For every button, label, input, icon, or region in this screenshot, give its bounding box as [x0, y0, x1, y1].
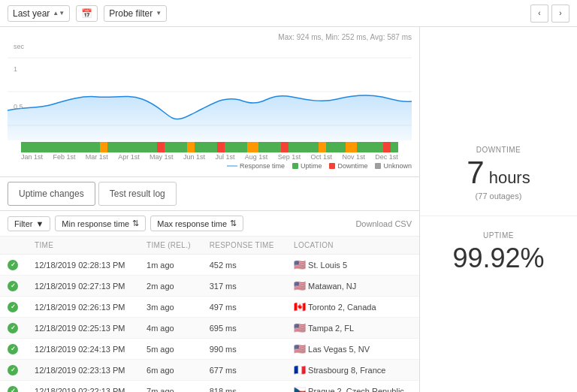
status-cell: ✓ — [0, 255, 27, 276]
rel-time-cell: 2m ago — [139, 276, 202, 297]
table-header-row: TIME TIME (REL.) RESPONSE TIME LOCATION — [0, 237, 419, 255]
legend-unknown: Unknown — [375, 162, 412, 170]
status-cell: ✓ — [0, 318, 27, 339]
th-location: LOCATION — [286, 237, 419, 255]
location-cell: 🇨🇦Toronto 2, Canada — [286, 297, 419, 318]
time-cell: 12/18/2019 02:28:13 PM — [27, 255, 139, 276]
legend-downtime-label: Downtime — [337, 162, 367, 170]
tl-aug: Aug 1st — [245, 153, 268, 161]
uptime-stat-box: UPTIME 99.92% — [420, 216, 577, 289]
downtime-unit: hours — [489, 168, 530, 188]
legend-unknown-icon — [375, 163, 381, 169]
table-controls-left: Filter ▼ Min response time ⇅ Max respons… — [8, 216, 243, 231]
th-response: RESPONSE TIME — [202, 237, 286, 255]
time-cell: 12/18/2019 02:25:13 PM — [27, 318, 139, 339]
tl-mar: Mar 1st — [86, 153, 108, 161]
legend-response-label: Response time — [240, 162, 285, 170]
tl-dec: Dec 1st — [375, 153, 398, 161]
table-row: ✓ 12/18/2019 02:22:13 PM 7m ago 818 ms 🇨… — [0, 381, 419, 393]
chart-svg — [8, 43, 412, 140]
uptime-value: 99.92% — [452, 243, 544, 274]
time-range-select[interactable]: Last year ▲▼ — [8, 5, 70, 22]
filter-arrow: ▼ — [35, 219, 44, 228]
location-cell: 🇺🇸Matawan, NJ — [286, 276, 419, 297]
downtime-value: 7 — [467, 157, 484, 188]
right-panel: DOWNTIME 7 hours (77 outages) UPTIME 99.… — [419, 27, 577, 392]
legend-unknown-label: Unknown — [383, 162, 412, 170]
time-range-label: Last year — [13, 8, 50, 19]
time-range-arrow: ▲▼ — [53, 10, 65, 17]
rel-time-cell: 1m ago — [139, 255, 202, 276]
tl-jul: Jul 1st — [215, 153, 234, 161]
table-row: ✓ 12/18/2019 02:27:13 PM 2m ago 317 ms 🇺… — [0, 276, 419, 297]
y-label-05: 0.5 — [14, 103, 23, 110]
table-container: TIME TIME (REL.) RESPONSE TIME LOCATION … — [0, 237, 419, 392]
status-dot: ✓ — [8, 302, 18, 312]
status-cell: ✓ — [0, 276, 27, 297]
filter-label: Filter — [14, 219, 32, 228]
rel-time-cell: 3m ago — [139, 297, 202, 318]
y-label-1: 1 — [14, 65, 17, 73]
main-content: Max: 924 ms, Min: 252 ms, Avg: 587 ms se… — [0, 27, 577, 392]
probe-filter-label: Probe filter — [109, 8, 153, 19]
chart-area: Max: 924 ms, Min: 252 ms, Avg: 587 ms se… — [0, 27, 419, 177]
next-btn[interactable]: › — [551, 5, 569, 23]
rel-time-cell: 5m ago — [139, 339, 202, 360]
status-dot: ✓ — [8, 281, 18, 291]
tl-apr: Apr 1st — [118, 153, 140, 161]
y-label-sec: sec — [14, 43, 24, 50]
table-row: ✓ 12/18/2019 02:24:13 PM 5m ago 990 ms 🇺… — [0, 339, 419, 360]
download-csv-btn[interactable]: Download CSV — [355, 219, 412, 228]
status-cell: ✓ — [0, 339, 27, 360]
th-time — [0, 237, 27, 255]
th-time-col: TIME — [27, 237, 139, 255]
rel-time-cell: 6m ago — [139, 360, 202, 381]
tab-test-result-log[interactable]: Test result log — [98, 182, 177, 206]
downtime-stat-box: DOWNTIME 7 hours (77 outages) — [420, 131, 577, 216]
status-dot: ✓ — [8, 365, 18, 375]
status-dot: ✓ — [8, 386, 18, 392]
table-row: ✓ 12/18/2019 02:25:13 PM 4m ago 695 ms 🇺… — [0, 318, 419, 339]
timeline-labels: Jan 1st Feb 1st Mar 1st Apr 1st May 1st … — [8, 152, 412, 161]
top-bar-right: ‹ › — [530, 5, 569, 23]
th-rel: TIME (REL.) — [139, 237, 202, 255]
uptime-label: UPTIME — [483, 231, 514, 240]
probe-filter-select[interactable]: Probe filter ▼ — [104, 5, 167, 22]
legend-uptime: Uptime — [292, 162, 322, 170]
time-cell: 12/18/2019 02:23:13 PM — [27, 360, 139, 381]
legend-response-icon — [227, 165, 237, 167]
status-cell: ✓ — [0, 360, 27, 381]
chart-legend: Response time Uptime Downtime Unknown — [8, 161, 412, 173]
response-cell: 497 ms — [202, 297, 286, 318]
legend-uptime-icon — [292, 163, 298, 169]
table-row: ✓ 12/18/2019 02:23:13 PM 6m ago 677 ms 🇫… — [0, 360, 419, 381]
legend-downtime-icon — [329, 163, 335, 169]
tl-jan: Jan 1st — [21, 153, 43, 161]
top-bar-left: Last year ▲▼ 📅 Probe filter ▼ — [8, 5, 167, 22]
response-cell: 818 ms — [202, 381, 286, 393]
min-response-sort-icon: ⇅ — [132, 219, 139, 228]
max-response-label: Max response time — [157, 219, 227, 228]
tl-jun: Jun 1st — [183, 153, 205, 161]
status-dot: ✓ — [8, 344, 18, 354]
response-cell: 990 ms — [202, 339, 286, 360]
location-cell: 🇺🇸Tampa 2, FL — [286, 318, 419, 339]
min-response-btn[interactable]: Min response time ⇅ — [55, 216, 146, 231]
time-cell: 12/18/2019 02:26:13 PM — [27, 297, 139, 318]
downtime-sub: (77 outages) — [476, 191, 522, 201]
max-response-btn[interactable]: Max response time ⇅ — [150, 216, 243, 231]
left-panel: Max: 924 ms, Min: 252 ms, Avg: 587 ms se… — [0, 27, 419, 392]
time-cell: 12/18/2019 02:24:13 PM — [27, 339, 139, 360]
min-response-label: Min response time — [62, 219, 129, 228]
tl-may: May 1st — [150, 153, 174, 161]
tl-sep: Sep 1st — [278, 153, 301, 161]
tab-uptime-changes[interactable]: Uptime changes — [8, 182, 95, 206]
status-dot: ✓ — [8, 323, 18, 333]
prev-btn[interactable]: ‹ — [530, 5, 548, 23]
response-cell: 677 ms — [202, 360, 286, 381]
table-row: ✓ 12/18/2019 02:26:13 PM 3m ago 497 ms 🇨… — [0, 297, 419, 318]
filter-button[interactable]: Filter ▼ — [8, 216, 50, 231]
downtime-label: DOWNTIME — [476, 146, 521, 154]
rel-time-cell: 7m ago — [139, 381, 202, 393]
calendar-btn[interactable]: 📅 — [76, 5, 98, 22]
